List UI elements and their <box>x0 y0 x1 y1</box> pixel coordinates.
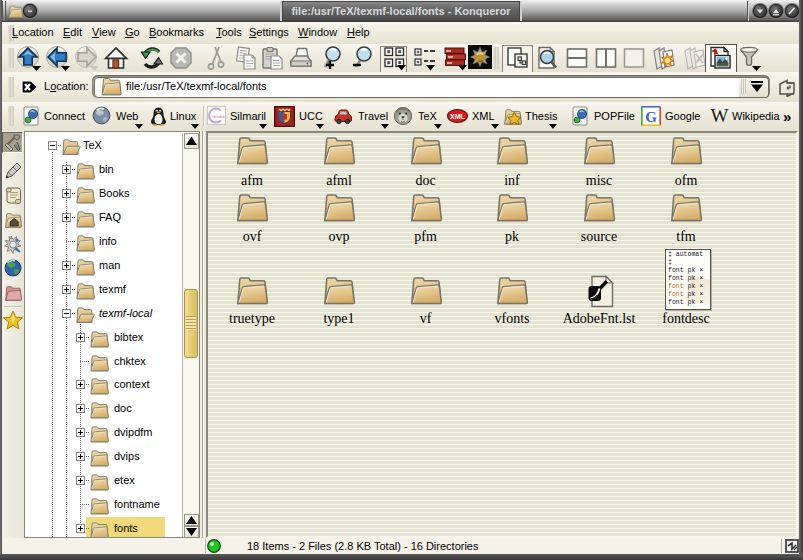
svg-text:W: W <box>711 106 729 125</box>
svg-text:G: G <box>645 109 657 125</box>
svg-text:XML: XML <box>450 113 466 120</box>
svg-text:Gradus: Gradus <box>212 114 225 119</box>
